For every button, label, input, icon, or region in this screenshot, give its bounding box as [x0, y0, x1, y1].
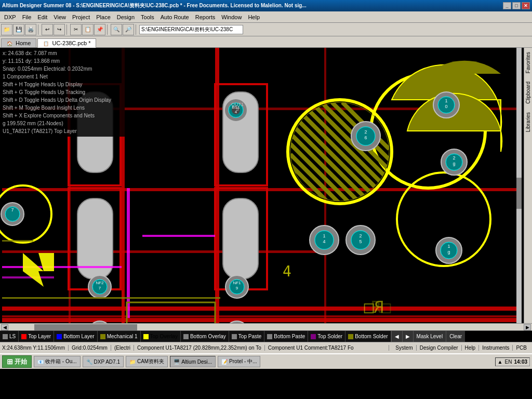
status-coords: X:24.638mm Y:11.1506mm: [2, 345, 69, 351]
taskbar-right: ▲ EN 14:03: [495, 357, 530, 366]
layer-tab-top-solder[interactable]: Top Solder: [308, 331, 345, 342]
layer-color-3: [100, 334, 105, 339]
layer-tab-mechanical-1[interactable]: Mechanical 1: [98, 331, 141, 342]
svg-rect-97: [142, 235, 215, 237]
svg-text:NF2: NF2: [96, 281, 104, 285]
layer-tab-bottom-overlay[interactable]: Bottom Overlay: [181, 331, 229, 342]
layer-label-5: Bottom Overlay: [190, 334, 226, 339]
minimize-button[interactable]: _: [503, 2, 511, 9]
status-comment: Component U1 Comment:TA8217 Fo: [268, 345, 390, 351]
svg-text:6: 6: [364, 135, 367, 140]
h-scroll-right[interactable]: ▶: [524, 324, 531, 330]
toolbar-btn-undo[interactable]: ↩: [42, 24, 53, 35]
toolbar-btn-cut[interactable]: ✂: [70, 24, 82, 35]
close-button[interactable]: ✕: [522, 2, 530, 9]
svg-text:7: 7: [11, 207, 14, 212]
menu-item-view[interactable]: View: [50, 13, 69, 21]
path-input[interactable]: [139, 25, 243, 34]
layer-label-6: Top Paste: [238, 334, 261, 339]
menu-item-dxp[interactable]: DXP: [1, 13, 19, 21]
pcb-icon: 📋: [43, 41, 49, 46]
g-value: g 199.592 mm (21-Nodes): [3, 119, 122, 127]
layer-end-btn-◀[interactable]: ◀: [391, 331, 402, 342]
tab-home[interactable]: 🏠 Home: [1, 38, 36, 47]
layer-label-8: Top Solder: [317, 334, 342, 339]
layer-tab-top-paste[interactable]: Top Paste: [229, 331, 264, 342]
inbox-label: 收件箱 - Ou...: [45, 358, 77, 365]
layer-tab-bottom-layer[interactable]: Bottom Layer: [54, 331, 97, 342]
svg-text:7: 7: [99, 286, 101, 290]
menu-bar: DXPFileEditViewProjectPlaceDesignToolsAu…: [0, 11, 532, 23]
layer-tab-top-layer[interactable]: Top Layer: [19, 331, 54, 342]
sidebar-favorites[interactable]: Favorites: [525, 50, 531, 75]
toolbar-btn-copy[interactable]: 📋: [82, 24, 94, 35]
maximize-button[interactable]: □: [512, 2, 521, 9]
menu-item-file[interactable]: File: [19, 13, 35, 21]
tab-pcb[interactable]: 📋 UC-238C.pcb *: [37, 38, 96, 48]
menu-item-project[interactable]: Project: [69, 13, 93, 21]
start-button[interactable]: ⊞ 开始: [2, 355, 32, 368]
pcb-canvas[interactable]: x: 24.638 dx: 7.087 mm y: 11.151 dy: 13.…: [0, 48, 524, 323]
status-instruments[interactable]: Instruments: [479, 345, 513, 351]
menu-item-help[interactable]: Help: [245, 13, 263, 21]
home-icon: 🏠: [7, 41, 12, 46]
menu-item-auto route[interactable]: Auto Route: [157, 13, 192, 21]
layer-end-btn-clear[interactable]: Clear: [446, 331, 465, 342]
layer-tab-bottom-solder[interactable]: Bottom Solder: [345, 331, 391, 342]
snap-info: Snap: 0.0254mm Electrical: 0.2032mm: [3, 65, 122, 73]
status-system[interactable]: System: [392, 345, 416, 351]
menu-item-place[interactable]: Place: [93, 13, 114, 21]
svg-text:g: g: [453, 161, 455, 166]
taskbar-altium[interactable]: 🖥️ Altium Desi...: [170, 356, 216, 367]
protel-icon: 📝: [221, 359, 228, 365]
sidebar-clipboard[interactable]: Clipboard: [525, 80, 531, 105]
layer-color-5: [183, 334, 189, 339]
layer-color-7: [267, 334, 272, 339]
taskbar-protel[interactable]: 📝 Protel - 中...: [218, 356, 260, 367]
layer-tab-top-overlay[interactable]: Top Overlay: [141, 331, 181, 342]
menu-item-design[interactable]: Design: [114, 13, 138, 21]
toolbar-btn-zoom-in[interactable]: 🔍: [111, 24, 122, 35]
sidebar-libraries[interactable]: Libraries: [525, 111, 531, 134]
svg-rect-98: [2, 276, 54, 278]
layer-tab-ls[interactable]: LS: [0, 331, 19, 342]
layer-color-2: [57, 334, 62, 339]
dxp-icon: 🔧: [86, 359, 92, 365]
toolbar-btn-1[interactable]: 📁: [1, 24, 12, 35]
menu-item-reports[interactable]: Reports: [192, 13, 219, 21]
taskbar-cam[interactable]: 📁 CAM资料夹: [126, 356, 168, 367]
toolbar-btn-zoom-out[interactable]: 🔎: [123, 24, 134, 35]
layer-label-7: Bottom Paste: [274, 334, 305, 339]
layer-color-4: [143, 334, 149, 339]
svg-text:0: 0: [445, 104, 447, 109]
layer-tab-bottom-paste[interactable]: Bottom Paste: [264, 331, 308, 342]
h-scroll-left[interactable]: ◀: [1, 324, 8, 330]
status-help[interactable]: Help: [462, 345, 480, 351]
svg-rect-99: [2, 297, 220, 299]
toolbar-btn-3[interactable]: 🖨️: [25, 24, 36, 35]
toolbar-btn-redo[interactable]: ↪: [54, 24, 65, 35]
menu-item-tools[interactable]: Tools: [138, 13, 157, 21]
tab-home-label: Home: [16, 40, 31, 46]
start-icon: ⊞: [7, 357, 13, 366]
taskbar-inbox[interactable]: 📧 收件箱 - Ou...: [34, 356, 81, 367]
status-pcb[interactable]: PCB: [513, 345, 530, 351]
svg-rect-7: [2, 318, 522, 322]
layer-label-1: Top Layer: [28, 334, 51, 339]
altium-label: Altium Desi...: [181, 359, 212, 365]
right-sidebar: Favorites Clipboard Libraries: [524, 48, 532, 323]
layer-end-btn-mask-level[interactable]: Mask Level: [413, 331, 446, 342]
coord-x: x: 24.638 dx: 7.087 mm: [3, 49, 122, 57]
status-bar: X:24.638mm Y:11.1506mm Grid:0.0254mm (El…: [0, 342, 532, 353]
taskbar-dxp[interactable]: 🔧 DXP AD7.1: [83, 356, 124, 367]
layer-end-btn-▶[interactable]: ▶: [402, 331, 413, 342]
menu-item-window[interactable]: Window: [218, 13, 245, 21]
h-scrollbar[interactable]: ◀ ▶: [0, 323, 532, 330]
status-compiler[interactable]: Design Compiler: [417, 345, 462, 351]
menu-item-edit[interactable]: Edit: [34, 13, 50, 21]
layer-label-0: LS: [9, 334, 16, 339]
toolbar-btn-paste[interactable]: 📌: [94, 24, 105, 35]
toolbar-btn-2[interactable]: 💾: [13, 24, 24, 35]
svg-rect-100: [2, 240, 33, 242]
h-scroll-track[interactable]: [8, 324, 524, 330]
